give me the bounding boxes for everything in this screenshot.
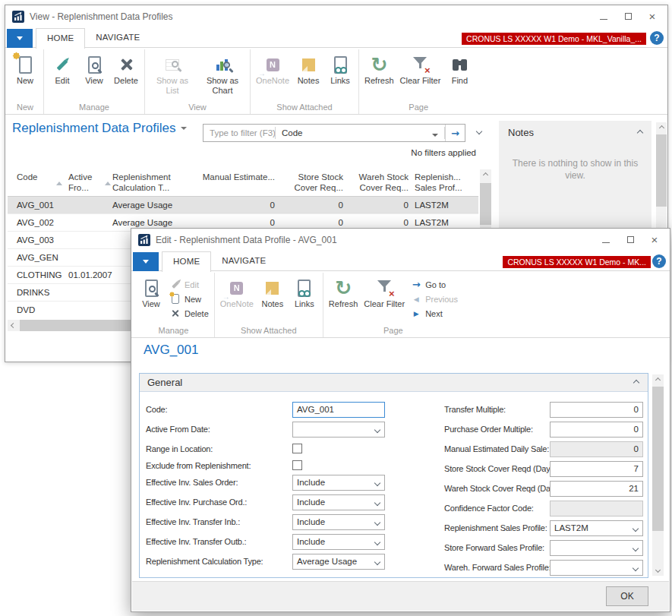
column-header-store-cover[interactable]: Store Stock Cover Req... — [278, 172, 343, 193]
store-stock-cover-reqd-input[interactable]: 7 — [550, 461, 643, 477]
front-window-titlebar[interactable]: Edit - Replenishment Data Profile - AVG_… — [131, 229, 670, 251]
filter-field-dropdown-icon[interactable] — [426, 126, 444, 140]
onenote-arrow-icon: → — [258, 69, 266, 77]
tab-home[interactable]: HOME — [162, 251, 211, 272]
field-manual-estimated-daily-sale: Manual Estimated Daily Sale: 0 — [140, 441, 648, 457]
sort-ascending-icon — [105, 182, 111, 185]
filter-input[interactable]: Type to filter (F3) — [203, 128, 275, 137]
page-title-dropdown-icon[interactable] — [181, 127, 187, 130]
apply-filter-button[interactable]: → — [445, 125, 465, 141]
find-button[interactable]: Find — [443, 51, 475, 86]
clear-filter-button[interactable]: × Clear Filter — [361, 274, 408, 309]
links-button[interactable]: Links — [289, 274, 320, 309]
onenote-arrow-icon: → — [222, 292, 230, 301]
filter-field-selector[interactable]: Code — [276, 128, 426, 137]
card-vertical-scrollbar[interactable] — [652, 374, 664, 576]
scrollbar-thumb[interactable] — [480, 183, 491, 225]
edit-button: Edit — [167, 277, 212, 292]
cell-code: CLOTHING — [17, 267, 61, 283]
minimize-button[interactable] — [592, 5, 616, 27]
show-as-list-button: Show as List — [147, 51, 197, 96]
chevron-down-icon — [633, 565, 639, 571]
field-transfer-multiple: Transfer Multiple: 0 — [140, 402, 648, 418]
filter-pane-collapse-icon[interactable] — [476, 128, 482, 134]
show-as-chart-button[interactable]: Show as Chart — [197, 51, 248, 96]
scroll-up-arrow[interactable] — [652, 374, 664, 386]
notes-title: Notes — [508, 127, 534, 138]
scrollbar-thumb[interactable] — [656, 134, 667, 207]
replenishment-sales-profile-select[interactable]: LAST2M — [550, 520, 643, 536]
store-forward-sales-profile-select[interactable] — [550, 540, 643, 556]
tab-home[interactable]: HOME — [36, 28, 85, 49]
goto-button[interactable]: →Go to — [408, 277, 461, 292]
notes-button[interactable]: Notes — [292, 51, 324, 86]
previous-arrow-icon: ◀ — [411, 295, 421, 303]
scroll-left-arrow[interactable] — [8, 320, 19, 331]
help-button[interactable]: ? — [650, 31, 664, 45]
links-button[interactable]: Links — [324, 51, 356, 86]
scroll-up-arrow[interactable] — [656, 122, 667, 134]
delete-button[interactable]: Delete — [110, 51, 142, 86]
column-header-manual-estimate[interactable]: Manual Estimate... — [199, 172, 275, 182]
column-header-wareh-cover[interactable]: Wareh Stock Cover Req... — [345, 172, 409, 193]
ribbon-group-view: Show as List Show as Chart View — [145, 49, 251, 114]
wareh-stock-cover-reqd-input[interactable]: 21 — [550, 481, 643, 497]
tab-navigate[interactable]: NAVIGATE — [85, 28, 150, 48]
column-header-sales-profile[interactable]: Replenish... Sales Prof... — [415, 172, 483, 193]
field-label: Wareh Stock Cover Reqd (Days): — [444, 481, 563, 497]
new-document-icon — [170, 294, 181, 304]
table-row[interactable]: AVG_001 Average Usage 0 0 0 LAST2M — [8, 197, 478, 214]
help-button[interactable]: ? — [652, 254, 666, 268]
new-button[interactable]: New — [9, 51, 41, 86]
field-label: Store Stock Cover Reqd (Days): — [444, 461, 559, 477]
column-header-calc-type[interactable]: Replenishment Calculation T... — [112, 172, 197, 193]
app-menu-button[interactable] — [7, 29, 33, 48]
pencil-icon — [49, 53, 75, 76]
refresh-button[interactable]: ↻ Refresh — [326, 274, 361, 309]
general-fasttab-header[interactable]: General — [140, 374, 648, 392]
ribbon-group-label: Manage — [44, 103, 144, 112]
cell-wareh: 0 — [345, 197, 409, 213]
close-button[interactable]: × — [640, 5, 664, 27]
wareh-forward-sales-profile-select[interactable] — [550, 560, 643, 576]
notes-button[interactable]: Notes — [257, 274, 289, 309]
field-label: Transfer Multiple: — [444, 402, 506, 418]
pencil-icon — [170, 283, 181, 286]
column-header-code[interactable]: Code — [17, 172, 61, 182]
notes-collapse-icon[interactable] — [637, 130, 643, 136]
scroll-up-arrow[interactable] — [480, 169, 491, 181]
back-window-titlebar[interactable]: View - Replenishment Data Profiles × — [5, 5, 667, 28]
ribbon-group-show-attached: N→ OneNote Notes Links Show Attached — [215, 273, 323, 337]
onenote-button: N→ OneNote — [217, 274, 257, 309]
field-wareh-stock-cover-reqd: Wareh Stock Cover Reqd (Days): 21 — [140, 481, 648, 497]
binoculars-icon — [446, 53, 472, 76]
delete-x-icon — [170, 309, 181, 317]
links-chain-icon — [292, 276, 317, 299]
new-button[interactable]: New — [167, 292, 212, 306]
minimize-button[interactable] — [594, 229, 618, 250]
delete-button[interactable]: Delete — [167, 306, 212, 321]
next-button[interactable]: ▶Next — [408, 306, 461, 321]
onenote-icon: N→ — [260, 53, 286, 76]
tab-navigate[interactable]: NAVIGATE — [211, 251, 276, 271]
view-document-icon — [138, 276, 164, 299]
refresh-button[interactable]: ↻ Refresh — [361, 51, 397, 86]
maximize-button[interactable] — [618, 229, 642, 250]
goto-arrow-icon: → — [411, 279, 421, 290]
close-button[interactable]: × — [642, 229, 667, 250]
scrollbar-thumb[interactable] — [652, 387, 664, 531]
cell-code: DVD — [17, 302, 61, 318]
edit-button[interactable]: Edit — [46, 51, 78, 86]
view-button[interactable]: View — [78, 51, 110, 86]
ok-button[interactable]: OK — [606, 586, 648, 606]
clear-filter-button[interactable]: × Clear Filter — [397, 51, 444, 86]
app-menu-button[interactable] — [133, 252, 159, 271]
transfer-multiple-input[interactable]: 0 — [550, 402, 643, 418]
field-label: Confidence Factor Code: — [444, 501, 534, 516]
scroll-down-arrow[interactable] — [652, 564, 664, 576]
purchase-order-multiple-input[interactable]: 0 — [550, 422, 643, 438]
view-button[interactable]: View — [135, 274, 167, 309]
dropdown-arrow-icon — [143, 260, 149, 264]
section-collapse-icon[interactable] — [633, 380, 639, 386]
maximize-button[interactable] — [616, 5, 640, 27]
